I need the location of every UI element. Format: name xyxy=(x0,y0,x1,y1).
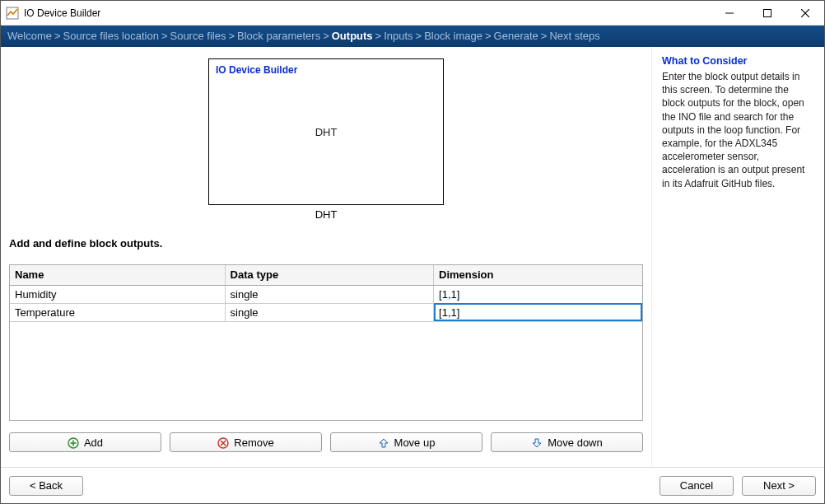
back-button[interactable]: < Back xyxy=(9,476,83,496)
maximize-button[interactable] xyxy=(748,1,786,26)
breadcrumb: Welcome>Source files location>Source fil… xyxy=(1,26,824,47)
side-panel-title: What to Consider xyxy=(662,55,814,67)
breadcrumb-item[interactable]: Next steps xyxy=(549,30,599,42)
breadcrumb-item[interactable]: Inputs xyxy=(384,30,412,42)
close-button[interactable] xyxy=(786,1,824,26)
breadcrumb-separator: > xyxy=(413,30,425,42)
add-button[interactable]: Add xyxy=(9,432,161,452)
outputs-table: Name Data type Dimension Humiditysingle[… xyxy=(10,265,642,322)
block-preview-caption: DHT xyxy=(208,208,444,221)
plus-icon xyxy=(68,436,79,449)
app-icon xyxy=(6,7,19,20)
block-preview-name: DHT xyxy=(315,126,338,138)
cancel-button-label: Cancel xyxy=(680,479,713,492)
breadcrumb-separator: > xyxy=(320,30,332,42)
block-preview: IO Device Builder DHT xyxy=(208,58,444,205)
table-row[interactable]: Temperaturesingle[1,1] xyxy=(10,303,642,321)
titlebar: IO Device Builder xyxy=(1,1,824,26)
next-button-label: Next > xyxy=(763,479,795,492)
breadcrumb-item[interactable]: Block image xyxy=(424,30,482,42)
cell-name[interactable]: Humidity xyxy=(10,285,225,303)
arrow-down-icon xyxy=(531,436,543,449)
remove-button[interactable]: Remove xyxy=(170,432,322,452)
breadcrumb-separator: > xyxy=(159,30,170,42)
add-button-label: Add xyxy=(84,436,103,449)
cell-dim[interactable]: [1,1] xyxy=(434,285,642,303)
move-down-button-label: Move down xyxy=(548,436,602,449)
breadcrumb-separator: > xyxy=(226,30,237,42)
section-heading: Add and define block outputs. xyxy=(9,237,643,250)
breadcrumb-item[interactable]: Block parameters xyxy=(237,30,320,42)
back-button-label: < Back xyxy=(30,479,63,492)
breadcrumb-item[interactable]: Generate xyxy=(494,30,538,42)
cell-name[interactable]: Temperature xyxy=(10,303,225,321)
move-up-button-label: Move up xyxy=(394,436,436,449)
move-down-button[interactable]: Move down xyxy=(491,432,643,452)
column-header-dim[interactable]: Dimension xyxy=(434,265,642,285)
move-up-button[interactable]: Move up xyxy=(330,432,482,452)
breadcrumb-separator: > xyxy=(373,30,385,42)
next-button[interactable]: Next > xyxy=(742,476,816,496)
outputs-table-container: Name Data type Dimension Humiditysingle[… xyxy=(9,264,643,421)
table-row[interactable]: Humiditysingle[1,1] xyxy=(10,285,642,303)
breadcrumb-item[interactable]: Welcome xyxy=(7,30,52,42)
column-header-name[interactable]: Name xyxy=(10,265,225,285)
remove-button-label: Remove xyxy=(234,436,273,449)
app-window: IO Device Builder Welcome>Source files l… xyxy=(0,0,825,504)
block-preview-title: IO Device Builder xyxy=(216,64,297,76)
cancel-button[interactable]: Cancel xyxy=(660,476,734,496)
side-panel-text: Enter the block output details in this s… xyxy=(662,70,814,190)
footer: < Back Cancel Next > xyxy=(1,467,824,503)
svg-rect-2 xyxy=(764,9,771,16)
cell-dim[interactable]: [1,1] xyxy=(434,303,642,321)
minimize-button[interactable] xyxy=(711,1,748,26)
block-preview-wrap: IO Device Builder DHT DHT xyxy=(9,58,643,221)
breadcrumb-separator: > xyxy=(538,30,550,42)
delete-icon xyxy=(217,436,229,449)
breadcrumb-item[interactable]: Source files location xyxy=(63,30,159,42)
breadcrumb-item[interactable]: Source files xyxy=(170,30,226,42)
side-panel: What to Consider Enter the block output … xyxy=(651,47,824,467)
window-controls xyxy=(711,1,824,26)
main-pane: IO Device Builder DHT DHT Add and define… xyxy=(1,47,651,467)
breadcrumb-separator: > xyxy=(52,30,63,42)
body-area: IO Device Builder DHT DHT Add and define… xyxy=(1,47,824,467)
cell-type[interactable]: single xyxy=(225,303,433,321)
column-header-type[interactable]: Data type xyxy=(225,265,433,285)
window-title: IO Device Builder xyxy=(24,7,100,19)
breadcrumb-item[interactable]: Outputs xyxy=(332,30,373,42)
cell-type[interactable]: single xyxy=(225,285,433,303)
table-toolbar: Add Remove Move up xyxy=(9,432,643,452)
arrow-up-icon xyxy=(378,436,389,449)
breadcrumb-separator: > xyxy=(482,30,494,42)
